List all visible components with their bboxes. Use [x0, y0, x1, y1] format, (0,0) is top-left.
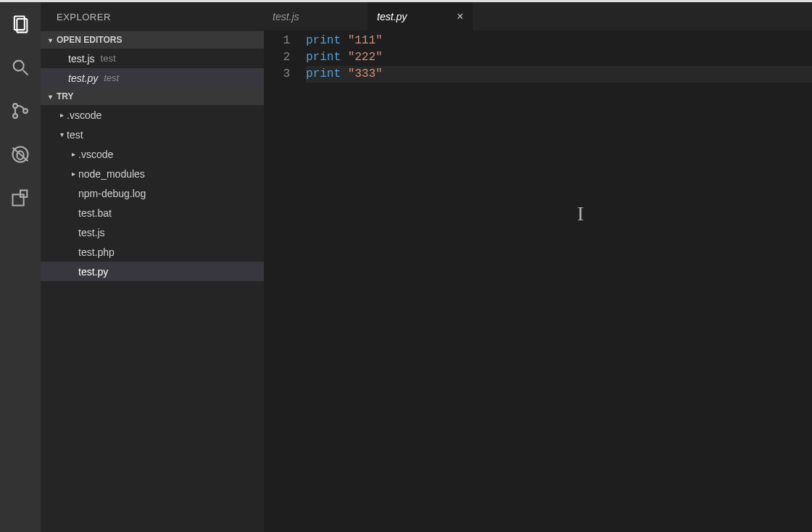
- tree-label: test.py: [78, 266, 108, 278]
- tree-folder[interactable]: ▾ test: [41, 125, 264, 144]
- sidebar-title: EXPLORER: [41, 2, 264, 31]
- code-line[interactable]: print "333": [306, 66, 812, 83]
- tab-label: test.py: [377, 11, 451, 22]
- open-editor-dir: test: [104, 72, 119, 83]
- activity-bar: [0, 2, 41, 532]
- tree-label: .vscode: [67, 109, 102, 121]
- code-line[interactable]: print "111": [306, 33, 812, 49]
- workspace-header-label: TRY: [57, 91, 74, 101]
- code-line[interactable]: print "222": [306, 49, 812, 66]
- open-editor-item[interactable]: test.js test: [41, 49, 264, 68]
- tree-file[interactable]: test.bat: [41, 203, 264, 223]
- chevron-right-icon: ▸: [68, 150, 78, 158]
- tree-label: test.bat: [78, 207, 112, 219]
- tree-folder[interactable]: ▸ .vscode: [41, 144, 264, 164]
- tree-label: .vscode: [78, 149, 113, 160]
- svg-rect-10: [13, 194, 24, 205]
- tree-file[interactable]: npm-debug.log: [41, 183, 264, 203]
- debug-icon[interactable]: [9, 143, 32, 166]
- svg-point-4: [13, 104, 17, 108]
- chevron-down-icon: ▾: [57, 130, 67, 138]
- chevron-right-icon: ▸: [57, 111, 67, 119]
- line-number: 2: [264, 49, 290, 66]
- open-editors-header[interactable]: ▾ OPEN EDITORS: [41, 31, 264, 49]
- gutter: 1 2 3: [264, 33, 306, 532]
- explorer-icon[interactable]: [9, 12, 32, 36]
- code-editor[interactable]: 1 2 3 print "111" print "222" print "333…: [264, 31, 812, 532]
- open-editor-item[interactable]: test.py test: [41, 68, 264, 88]
- svg-point-6: [23, 109, 28, 113]
- open-editors-header-label: OPEN EDITORS: [57, 35, 122, 45]
- svg-point-2: [14, 61, 24, 71]
- editor-area: test.js × test.py × 1 2 3 print "111" pr…: [264, 2, 812, 532]
- line-number: 3: [264, 66, 290, 83]
- chevron-down-icon: ▾: [45, 36, 55, 44]
- tree-file[interactable]: test.js: [41, 223, 264, 242]
- svg-point-5: [13, 114, 17, 118]
- chevron-down-icon: ▾: [45, 93, 55, 101]
- tree-folder[interactable]: ▸ .vscode: [41, 105, 264, 125]
- search-icon[interactable]: [9, 56, 32, 79]
- tree-file[interactable]: test.php: [41, 242, 264, 262]
- open-editor-filename: test.py: [68, 72, 98, 84]
- close-icon[interactable]: ×: [451, 10, 463, 23]
- tree-label: test.php: [78, 246, 115, 258]
- tree-label: npm-debug.log: [78, 188, 146, 199]
- tree-label: test.js: [78, 227, 105, 238]
- workspace-header[interactable]: ▾ TRY: [41, 88, 264, 105]
- line-number: 1: [264, 33, 290, 49]
- tree-file[interactable]: test.py: [41, 262, 264, 281]
- tab-label: test.js: [273, 11, 347, 22]
- tree-folder[interactable]: ▸ node_modules: [41, 164, 264, 183]
- chevron-right-icon: ▸: [68, 170, 78, 178]
- open-editor-dir: test: [101, 53, 116, 64]
- code-lines[interactable]: print "111" print "222" print "333" I: [306, 33, 812, 532]
- open-editor-filename: test.js: [68, 53, 95, 65]
- svg-line-3: [23, 70, 28, 75]
- tree-label: node_modules: [78, 168, 145, 180]
- tab[interactable]: test.py ×: [368, 2, 473, 30]
- sidebar: EXPLORER ▾ OPEN EDITORS test.js test tes…: [41, 2, 264, 532]
- extensions-icon[interactable]: [9, 186, 32, 209]
- source-control-icon[interactable]: [9, 99, 32, 122]
- tree-label: test: [67, 129, 83, 141]
- text-cursor-icon: I: [577, 202, 584, 225]
- tab[interactable]: test.js ×: [264, 2, 368, 30]
- tab-bar: test.js × test.py ×: [264, 2, 812, 31]
